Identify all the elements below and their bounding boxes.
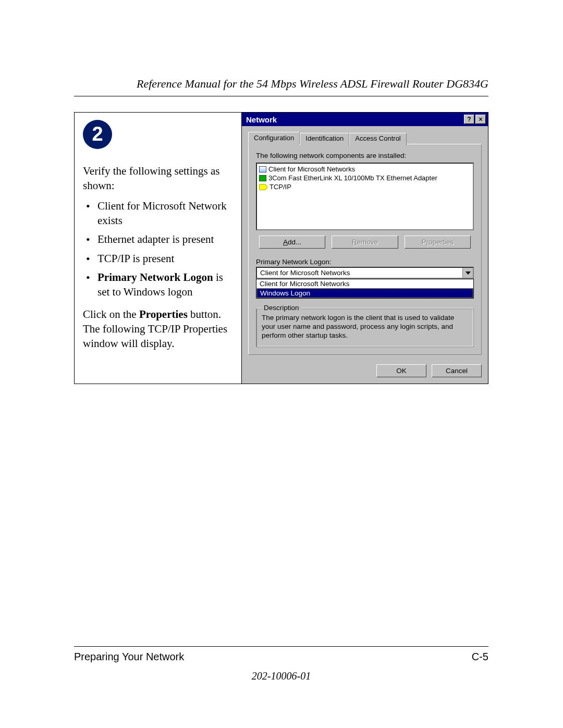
components-caption: The following network components are ins…: [256, 152, 474, 159]
footer-docnum: 202-10006-01: [74, 670, 488, 682]
groupbox-legend: Description: [262, 304, 301, 312]
close-button[interactable]: ×: [475, 115, 486, 124]
description-text: The primary network logon is the client …: [262, 314, 468, 340]
instruction-tail: Click on the Properties button. The foll…: [83, 307, 233, 351]
component-buttons: Add... Remove Properties: [256, 236, 474, 249]
dialog-body: Configuration Identification Access Cont…: [242, 126, 488, 359]
list-item-label: 3Com Fast EtherLink XL 10/100Mb TX Ether…: [268, 174, 437, 182]
components-listbox[interactable]: Client for Microsoft Networks 3Com Fast …: [256, 163, 474, 230]
dialog-footer: OK Cancel: [242, 359, 488, 384]
remove-button[interactable]: Remove: [332, 236, 398, 249]
combo-dropdown-button[interactable]: [462, 268, 473, 278]
page-footer: Preparing Your Network C-5 202-10006-01: [74, 646, 488, 682]
underline-char: R: [352, 238, 357, 246]
dialog-title: Network: [246, 115, 277, 124]
step-number-badge: 2: [83, 120, 112, 149]
btn-rest: emove: [357, 238, 378, 246]
dropdown-option-selected[interactable]: Windows Logon: [256, 288, 473, 298]
instruction-list: Client for Microsoft Network exists Ethe…: [83, 199, 233, 300]
btn-rest: operties: [429, 238, 454, 246]
list-item-label: TCP/IP: [270, 183, 291, 191]
help-button[interactable]: ?: [464, 115, 474, 124]
instruction-intro: Verify the following settings as shown:: [83, 164, 233, 193]
footer-rule: [74, 646, 488, 647]
footer-section: Preparing Your Network: [74, 651, 184, 663]
list-item[interactable]: Client for Microsoft Networks: [258, 165, 472, 174]
cancel-button[interactable]: Cancel: [432, 364, 482, 377]
primary-logon-combo[interactable]: Client for Microsoft Networks: [256, 267, 474, 279]
instruction-column: 2 Verify the following settings as shown…: [75, 113, 241, 384]
step-container: 2 Verify the following settings as shown…: [74, 112, 488, 384]
nic-icon: [259, 175, 266, 181]
primary-logon-label: Primary Network Logon:: [256, 258, 474, 266]
network-dialog: Network ? × Configuration Identification…: [241, 113, 488, 384]
chevron-down-icon: [466, 272, 471, 275]
document-page: Reference Manual for the 54 Mbps Wireles…: [74, 77, 488, 384]
client-icon: [259, 166, 266, 172]
tab-strip: Configuration Identification Access Cont…: [248, 132, 482, 144]
tab-access-control[interactable]: Access Control: [349, 133, 406, 145]
description-groupbox: Description The primary network logon is…: [256, 308, 474, 347]
dialog-titlebar[interactable]: Network ? ×: [242, 113, 488, 126]
dropdown-option[interactable]: Client for Microsoft Networks: [256, 279, 473, 288]
primary-logon-dropdown[interactable]: Client for Microsoft Networks Windows Lo…: [256, 279, 474, 299]
combo-value: Client for Microsoft Networks: [257, 268, 462, 278]
btn-rest: dd...: [288, 238, 301, 246]
instruction-item: Client for Microsoft Network exists: [83, 199, 233, 228]
underline-char: A: [283, 238, 288, 246]
tab-panel-configuration: The following network components are ins…: [248, 144, 482, 355]
ok-button[interactable]: OK: [376, 364, 426, 377]
instruction-item: TCP/IP is present: [83, 251, 233, 266]
tab-configuration[interactable]: Configuration: [248, 132, 300, 144]
list-item-label: Client for Microsoft Networks: [268, 165, 355, 173]
instruction-bold: Primary Network Logon: [97, 271, 213, 283]
list-item[interactable]: 3Com Fast EtherLink XL 10/100Mb TX Ether…: [258, 174, 472, 182]
protocol-icon: [259, 184, 267, 190]
tab-identification[interactable]: Identification: [300, 133, 349, 145]
running-header: Reference Manual for the 54 Mbps Wireles…: [74, 77, 488, 91]
list-item[interactable]: TCP/IP: [258, 182, 472, 191]
btn-pre: P: [422, 238, 426, 246]
tail-pre: Click on the: [83, 308, 139, 320]
instruction-item: Ethernet adapter is present: [83, 232, 233, 246]
add-button[interactable]: Add...: [259, 236, 325, 249]
instruction-item: Primary Network Logon is set to Windows …: [83, 270, 233, 300]
properties-button[interactable]: Properties: [405, 236, 471, 249]
tail-bold: Properties: [139, 308, 188, 320]
footer-page-number: C-5: [472, 651, 488, 663]
header-rule: [74, 96, 488, 96]
